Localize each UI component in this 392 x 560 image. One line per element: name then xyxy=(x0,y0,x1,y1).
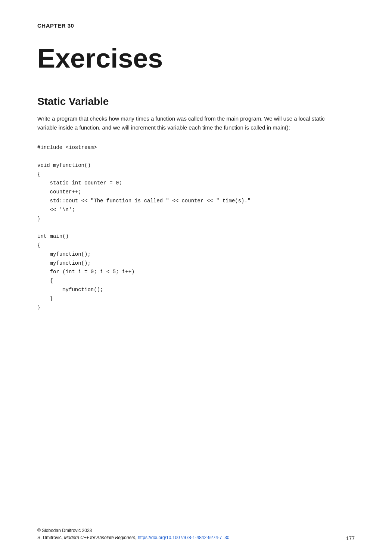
section-description: Write a program that checks how many tim… xyxy=(37,114,336,132)
chapter-title: Exercises xyxy=(37,44,355,73)
chapter-label: CHAPTER 30 xyxy=(37,22,355,29)
footer-copyright: © Slobodan Dmitrović 2023 S. Dmitrović, … xyxy=(37,527,355,541)
citation-text: S. Dmitrović, xyxy=(37,535,64,540)
doi-link[interactable]: https://doi.org/10.1007/978-1-4842-9274-… xyxy=(138,535,230,540)
code-block: #include <iostream> void myfunction() { … xyxy=(37,140,355,316)
copyright-text: © Slobodan Dmitrović 2023 xyxy=(37,528,92,533)
section-title: Static Variable xyxy=(37,96,355,108)
footer: © Slobodan Dmitrović 2023 S. Dmitrović, … xyxy=(0,527,392,541)
page-number: 177 xyxy=(346,535,355,541)
page-container: CHAPTER 30 Exercises Static Variable Wri… xyxy=(0,0,392,560)
book-title: Modern C++ for Absolute Beginners xyxy=(64,535,135,540)
